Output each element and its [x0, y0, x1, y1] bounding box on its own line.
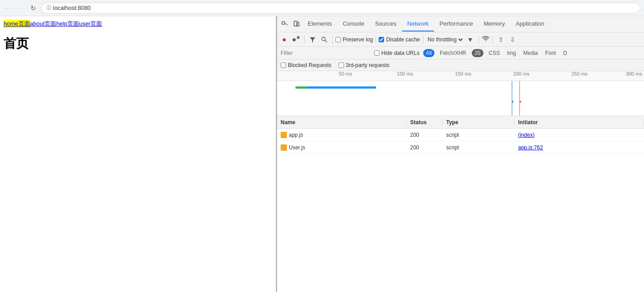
hide-data-urls-label[interactable]: Hide data URLs [374, 50, 420, 56]
svg-rect-0 [282, 22, 285, 24]
mark-100ms: 100 ms [397, 71, 413, 76]
network-table: Name Status Type Initiator app.js 200 sc… [277, 116, 644, 292]
cell-status-userjs: 200 [407, 144, 443, 151]
disable-cache-label[interactable]: Disable cache [379, 36, 420, 43]
back-button[interactable]: ← [4, 4, 13, 13]
cell-name-userjs: User.js [277, 144, 407, 151]
tab-sources[interactable]: Sources [370, 17, 402, 31]
blocked-requests-checkbox[interactable] [281, 63, 286, 68]
header-type: Type [443, 119, 514, 126]
address-bar[interactable]: ⓘ localhost:8080 [41, 3, 640, 13]
tab-elements[interactable]: Elements [302, 17, 337, 31]
nav-link-about[interactable]: about页面 [30, 20, 57, 28]
mark-250ms: 250 ms [571, 71, 587, 76]
blocked-requests-label[interactable]: Blocked Requests [281, 62, 331, 68]
clear-button[interactable]: ●✖ [291, 34, 301, 45]
tab-console[interactable]: Console [337, 17, 370, 31]
throttle-select[interactable]: No throttling Fast 3G Slow 3G Offline [426, 36, 464, 43]
search-button[interactable] [319, 34, 330, 45]
mark-150ms: 150 ms [455, 71, 471, 76]
cell-status-appjs: 200 [407, 132, 443, 138]
download-button[interactable]: ⇩ [507, 34, 518, 45]
cell-type-appjs: script [443, 132, 514, 138]
filename-appjs: app.js [289, 132, 303, 138]
file-icon-userjs [281, 144, 287, 151]
initiator-link-appjs[interactable]: (index) [518, 132, 535, 138]
throttle-dropdown[interactable]: ▼ [465, 34, 476, 45]
nav-link-help[interactable]: help页面 [56, 20, 79, 28]
table-row[interactable]: User.js 200 script app.js:762 [277, 141, 644, 154]
filter-js[interactable]: JS [472, 49, 483, 57]
devtools-tab-list: Elements Console Sources Network Perform… [302, 17, 642, 31]
separator-6 [492, 36, 493, 44]
filter-all[interactable]: All [423, 49, 434, 57]
vline-red [519, 81, 520, 116]
svg-point-5 [322, 37, 326, 40]
separator-5 [479, 36, 479, 44]
third-party-label[interactable]: 3rd-party requests [339, 62, 389, 68]
forward-button[interactable]: → [16, 4, 25, 13]
refresh-button[interactable]: ↻ [29, 4, 38, 13]
filter-media[interactable]: Media [521, 49, 540, 57]
filter-button[interactable] [307, 34, 318, 45]
filter-input[interactable] [281, 50, 371, 56]
appjs-bar-green [295, 86, 306, 89]
separator-2 [332, 36, 333, 44]
filename-userjs: User.js [289, 144, 305, 151]
hide-data-urls-checkbox[interactable] [374, 50, 380, 56]
separator-4 [423, 36, 423, 44]
address-text: localhost:8080 [53, 4, 91, 11]
header-status: Status [407, 119, 443, 126]
tab-network[interactable]: Network [402, 17, 434, 31]
initiator-link-userjs[interactable]: app.js:762 [518, 144, 543, 151]
table-header: Name Status Type Initiator [277, 116, 644, 129]
mark-300ms: 300 ms [626, 71, 642, 76]
devtools-panel: Elements Console Sources Network Perform… [276, 16, 644, 292]
nav-links: home页面 about页面 help页面 user页面 [4, 20, 272, 28]
svg-rect-3 [297, 22, 299, 26]
table-row[interactable]: app.js 200 script (index) [277, 129, 644, 141]
devtools-tabs-bar: Elements Console Sources Network Perform… [277, 16, 644, 32]
svg-line-1 [286, 23, 287, 25]
filter-fetch-xhr[interactable]: Fetch/XHR [438, 49, 468, 57]
appjs-bar-blue [306, 86, 376, 89]
filter-css[interactable]: CSS [487, 49, 502, 57]
third-party-checkbox[interactable] [339, 63, 344, 68]
mark-50ms: 50 ms [339, 71, 352, 76]
tab-performance[interactable]: Performance [434, 17, 478, 31]
cell-name-appjs: app.js [277, 132, 407, 138]
separator-1 [304, 36, 304, 44]
lock-icon: ⓘ [46, 4, 51, 11]
blocked-bar: Blocked Requests 3rd-party requests [277, 59, 644, 71]
filter-doc[interactable]: D [561, 49, 569, 57]
filter-font[interactable]: Font [543, 49, 558, 57]
svg-line-6 [325, 40, 327, 42]
vline-blue [512, 81, 512, 116]
device-toolbar-button[interactable] [291, 18, 302, 30]
file-icon-appjs [281, 132, 287, 138]
ruler-marks: 50 ms 100 ms 150 ms 200 ms 250 ms 300 ms [281, 71, 644, 81]
timeline-ruler: 50 ms 100 ms 150 ms 200 ms 250 ms 300 ms [277, 71, 644, 81]
disable-cache-checkbox[interactable] [379, 37, 384, 42]
cell-initiator-appjs: (index) [514, 132, 644, 138]
timeline-content [277, 81, 644, 116]
filter-img[interactable]: Img [505, 49, 518, 57]
upload-button[interactable]: ⇧ [496, 34, 506, 45]
main-area: home页面 about页面 help页面 user页面 首页 [0, 16, 644, 292]
page-content: home页面 about页面 help页面 user页面 首页 [0, 16, 276, 292]
header-initiator: Initiator [514, 119, 644, 126]
separator-3 [376, 36, 376, 44]
tab-application[interactable]: Application [510, 17, 550, 31]
network-toolbar: ● ●✖ Preserve log [277, 32, 644, 47]
page-heading: 首页 [4, 35, 272, 52]
nav-link-user[interactable]: user页面 [79, 20, 102, 28]
tab-memory[interactable]: Memory [479, 17, 510, 31]
cell-initiator-userjs: app.js:762 [514, 144, 644, 151]
header-name: Name [277, 119, 407, 126]
preserve-log-label[interactable]: Preserve log [335, 36, 373, 43]
nav-link-home[interactable]: home页面 [4, 20, 30, 28]
preserve-log-checkbox[interactable] [335, 37, 341, 42]
record-button[interactable]: ● [279, 34, 290, 45]
inspect-element-button[interactable] [279, 18, 291, 30]
browser-bar: ← → ↻ ⓘ localhost:8080 [0, 0, 644, 16]
